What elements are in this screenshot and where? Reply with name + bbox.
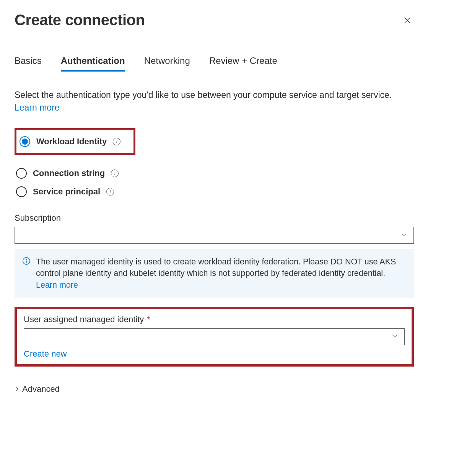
tab-review-create[interactable]: Review + Create bbox=[209, 55, 277, 72]
radio-option-workload-identity[interactable]: Workload Identity i bbox=[18, 135, 122, 148]
tab-authentication[interactable]: Authentication bbox=[61, 55, 125, 72]
uami-select[interactable] bbox=[24, 328, 405, 345]
radio-dot-icon bbox=[22, 139, 28, 145]
required-marker: * bbox=[147, 315, 150, 324]
highlight-uami: User assigned managed identity * Create … bbox=[15, 307, 414, 367]
radio-option-connection-string[interactable]: Connection string i bbox=[15, 166, 414, 180]
info-banner-learn-more-link[interactable]: Learn more bbox=[36, 280, 78, 290]
radio-button[interactable] bbox=[16, 168, 27, 179]
intro-text: Select the authentication type you'd lik… bbox=[15, 90, 392, 100]
uami-label-text: User assigned managed identity bbox=[24, 315, 144, 324]
radio-label: Workload Identity bbox=[36, 137, 107, 147]
subscription-select[interactable] bbox=[15, 227, 414, 244]
subscription-field: Subscription bbox=[15, 213, 414, 244]
info-icon[interactable]: i bbox=[113, 138, 120, 145]
uami-label: User assigned managed identity * bbox=[24, 315, 405, 324]
svg-point-2 bbox=[26, 259, 26, 259]
chevron-right-icon bbox=[15, 384, 20, 394]
info-banner-text: The user managed identity is used to cre… bbox=[36, 256, 406, 291]
create-new-link[interactable]: Create new bbox=[24, 349, 67, 359]
tabs: Basics Authentication Networking Review … bbox=[15, 55, 414, 72]
page-title: Create connection bbox=[15, 11, 145, 29]
radio-label: Connection string bbox=[33, 168, 105, 178]
learn-more-link[interactable]: Learn more bbox=[15, 103, 60, 112]
auth-intro-text: Select the authentication type you'd lik… bbox=[15, 89, 414, 114]
tab-basics[interactable]: Basics bbox=[15, 55, 42, 72]
radio-option-service-principal[interactable]: Service principal i bbox=[15, 185, 414, 199]
tab-networking[interactable]: Networking bbox=[144, 55, 190, 72]
info-icon[interactable]: i bbox=[111, 170, 119, 177]
radio-button[interactable] bbox=[20, 136, 30, 147]
auth-type-radio-group: Workload Identity i Connection string i … bbox=[15, 128, 414, 199]
advanced-label: Advanced bbox=[22, 384, 60, 394]
chevron-down-icon bbox=[400, 231, 407, 240]
radio-label: Service principal bbox=[33, 187, 100, 197]
info-icon[interactable]: i bbox=[106, 188, 114, 196]
highlight-workload-identity: Workload Identity i bbox=[15, 128, 135, 155]
subscription-label: Subscription bbox=[15, 213, 414, 223]
close-button[interactable] bbox=[401, 14, 414, 28]
close-icon bbox=[403, 20, 412, 26]
radio-button[interactable] bbox=[16, 186, 27, 197]
chevron-down-icon bbox=[391, 333, 398, 341]
advanced-toggle[interactable]: Advanced bbox=[15, 384, 414, 394]
info-banner: The user managed identity is used to cre… bbox=[15, 249, 414, 298]
info-banner-body: The user managed identity is used to cre… bbox=[36, 257, 396, 278]
info-icon bbox=[22, 257, 31, 291]
